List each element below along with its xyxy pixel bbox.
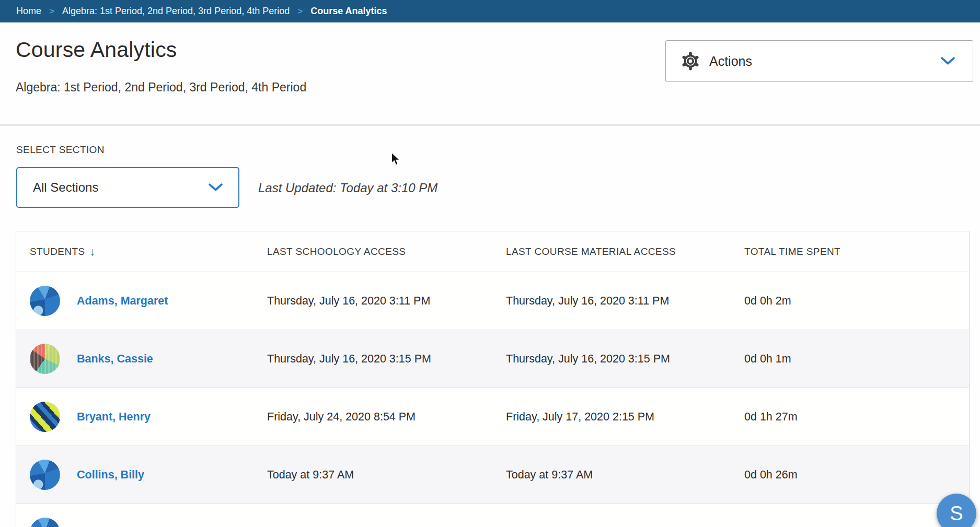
breadcrumb-home-link[interactable]: Home <box>16 6 41 17</box>
student-avatar[interactable] <box>30 402 60 432</box>
section-dropdown[interactable]: All Sections <box>16 167 239 208</box>
table-header-row: STUDENTS ↓ LAST SCHOOLOGY ACCESS LAST CO… <box>16 231 969 272</box>
section-divider <box>0 124 980 126</box>
mouse-cursor-icon <box>391 152 401 167</box>
actions-button-label: Actions <box>709 54 752 69</box>
student-name-link[interactable]: Bryant, Henry <box>77 411 151 424</box>
column-header-total-time-spent[interactable]: TOTAL TIME SPENT <box>731 246 969 257</box>
student-avatar[interactable] <box>30 518 60 527</box>
cell-last-course-material-access: Today at 9:37 AM <box>492 469 731 482</box>
student-avatar[interactable] <box>30 286 60 316</box>
cell-total-time-spent: 0d 0h 26m <box>731 469 969 482</box>
student-name-link[interactable]: Banks, Cassie <box>77 353 153 366</box>
student-avatar[interactable] <box>30 460 60 490</box>
page-title: Course Analytics <box>16 38 177 62</box>
cell-last-schoology-access: Friday, July 24, 2020 8:54 PM <box>253 411 492 424</box>
column-header-last-course-material-access[interactable]: LAST COURSE MATERIAL ACCESS <box>492 246 731 257</box>
cell-last-course-material-access: Friday, July 17, 2020 2:15 PM <box>492 411 731 424</box>
chevron-down-icon <box>941 57 955 65</box>
select-section-label: SELECT SECTION <box>16 144 105 156</box>
table-row <box>16 503 969 527</box>
breadcrumb-current-page: Course Analytics <box>310 6 387 17</box>
breadcrumb-course-link[interactable]: Algebra: 1st Period, 2nd Period, 3rd Per… <box>62 6 290 17</box>
sort-descending-icon: ↓ <box>90 245 96 259</box>
gear-icon <box>681 51 700 71</box>
cell-last-course-material-access: Thursday, July 16, 2020 3:15 PM <box>492 353 731 366</box>
user-initial: S <box>950 502 963 525</box>
student-avatar[interactable] <box>30 344 60 374</box>
section-dropdown-value: All Sections <box>33 180 98 195</box>
page-subtitle: Algebra: 1st Period, 2nd Period, 3rd Per… <box>16 80 306 95</box>
column-header-last-schoology-access[interactable]: LAST SCHOOLOGY ACCESS <box>253 246 492 257</box>
student-name-link[interactable]: Adams, Margaret <box>77 295 168 308</box>
student-name-link[interactable]: Collins, Billy <box>77 469 144 482</box>
cell-total-time-spent: 0d 0h 2m <box>731 295 969 308</box>
chevron-down-icon <box>209 183 223 192</box>
actions-button[interactable]: Actions <box>665 40 973 82</box>
breadcrumb-separator-icon: > <box>49 6 54 17</box>
cell-last-schoology-access: Today at 9:37 AM <box>253 469 492 482</box>
cell-last-schoology-access: Thursday, July 16, 2020 3:11 PM <box>253 295 492 308</box>
table-row: Banks, Cassie Thursday, July 16, 2020 3:… <box>16 330 969 388</box>
cell-total-time-spent: 0d 1h 27m <box>731 411 969 424</box>
floating-user-avatar-button[interactable]: S <box>937 494 976 527</box>
course-analytics-page: Home > Algebra: 1st Period, 2nd Period, … <box>0 0 980 527</box>
table-row: Adams, Margaret Thursday, July 16, 2020 … <box>16 272 969 330</box>
cell-total-time-spent: 0d 0h 1m <box>731 353 969 366</box>
last-updated-text: Last Updated: Today at 3:10 PM <box>258 181 437 195</box>
table-row: Collins, Billy Today at 9:37 AM Today at… <box>16 446 969 503</box>
breadcrumb: Home > Algebra: 1st Period, 2nd Period, … <box>0 0 980 22</box>
students-analytics-table: STUDENTS ↓ LAST SCHOOLOGY ACCESS LAST CO… <box>16 231 970 527</box>
cell-last-schoology-access: Thursday, July 16, 2020 3:15 PM <box>253 353 492 366</box>
breadcrumb-separator-icon: > <box>297 6 303 17</box>
cell-last-course-material-access: Thursday, July 16, 2020 3:11 PM <box>492 295 731 308</box>
table-row: Bryant, Henry Friday, July 24, 2020 8:54… <box>16 388 969 446</box>
column-header-students[interactable]: STUDENTS ↓ <box>16 245 253 259</box>
